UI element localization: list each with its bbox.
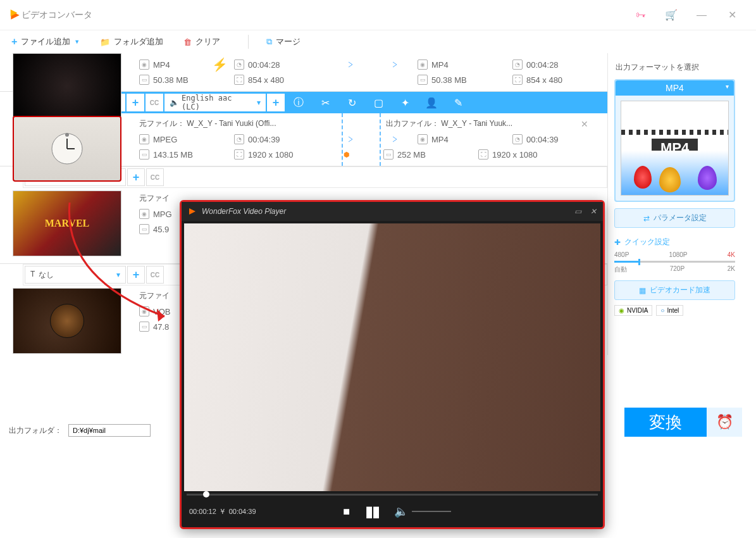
- watermark-icon[interactable]: 👤: [419, 97, 444, 109]
- quality-labels-bottom: 自動 720P 2K: [614, 265, 735, 274]
- output-filename: 出力ファイル： W_X_Y - Tani Yuuk...: [386, 118, 576, 129]
- player-logo-icon: [188, 207, 197, 216]
- quick-label: クイック設定: [624, 237, 670, 247]
- add-subtitle-button[interactable]: +: [127, 168, 145, 186]
- out-duration: 00:04:39: [526, 135, 559, 144]
- quality-label: 自動: [614, 265, 627, 274]
- add-file-label: ファイル追加: [21, 36, 70, 47]
- app-title: ビデオコンバータ: [22, 9, 626, 21]
- sidebar-title: 出力フォーマットを選択: [614, 59, 735, 79]
- add-audio-button[interactable]: +: [267, 94, 285, 111]
- vendor-label: Intel: [667, 307, 679, 314]
- video-canvas[interactable]: [184, 223, 600, 491]
- crop-icon[interactable]: ▢: [366, 97, 391, 109]
- resolution-icon: ⛶: [478, 149, 488, 160]
- effects-icon[interactable]: ✦: [392, 97, 418, 109]
- rotate-icon[interactable]: ↻: [339, 97, 364, 109]
- time-total: 00:04:39: [229, 508, 256, 515]
- quality-labels-top: 480P 1080P 4K: [614, 251, 735, 258]
- out-format: MP4: [431, 135, 449, 144]
- chevron-down-icon: ▾: [257, 98, 261, 107]
- folder-icon: ▭: [139, 224, 149, 234]
- folder-icon: ▭: [383, 149, 393, 160]
- remove-file-button[interactable]: ✕: [581, 119, 588, 129]
- pause-button[interactable]: ▮▮: [365, 503, 379, 520]
- clock-icon: ◔: [234, 134, 244, 144]
- format-name: MP4: [666, 83, 684, 93]
- format-icon: ◉: [139, 134, 149, 144]
- key-icon[interactable]: 🗝: [626, 9, 656, 21]
- add-folder-button[interactable]: 📁 フォルダ追加: [95, 34, 168, 50]
- merge-icon: ⧉: [266, 37, 272, 47]
- output-folder-input[interactable]: [68, 424, 151, 437]
- chip-icon: ▦: [639, 286, 646, 295]
- out-duration: 00:04:28: [526, 60, 559, 70]
- output-format-button[interactable]: MP4▾ MP4: [614, 79, 735, 202]
- title-bar: ビデオコンバータ 🗝 🛒 — ✕: [0, 0, 756, 30]
- subtitle-select[interactable]: Tなし ▾: [25, 266, 126, 284]
- video-player-window: WonderFox Video Player ▭ ✕ 00:00:12 ¥ 00…: [180, 200, 605, 529]
- format-icon: ◉: [139, 209, 149, 219]
- schedule-button[interactable]: ⏰: [707, 408, 742, 437]
- add-file-button[interactable]: + ファイル追加 ▼: [6, 34, 85, 50]
- scrub-bar[interactable]: [187, 494, 598, 496]
- file-item: 元ファイル： W_X_Y - Tani Yuuki (Offi... 出力ファイ…: [0, 113, 607, 166]
- format-icon: ◉: [418, 134, 428, 144]
- intel-chip: ○Intel: [656, 305, 683, 316]
- src-format: VOB: [153, 307, 170, 316]
- chevron-down-icon: ▾: [726, 83, 729, 90]
- slider-thumb[interactable]: [638, 259, 640, 265]
- merge-label: マージ: [276, 36, 301, 47]
- src-duration: 00:04:28: [248, 60, 280, 70]
- player-maximize-button[interactable]: ▭: [574, 207, 581, 216]
- chevron-down-icon: ▼: [74, 39, 80, 45]
- gpu-accel-button[interactable]: ▦ ビデオカード加速: [614, 280, 735, 300]
- clock-icon: ◔: [512, 134, 523, 144]
- cart-icon[interactable]: 🛒: [656, 9, 686, 21]
- volume-slider[interactable]: [412, 511, 451, 512]
- convert-button[interactable]: 変換: [624, 408, 707, 437]
- cut-icon[interactable]: ✂: [313, 97, 338, 109]
- add-folder-label: フォルダ追加: [114, 36, 163, 47]
- stop-button[interactable]: ■: [343, 505, 350, 518]
- parameter-settings-button[interactable]: ⇄ パラメータ設定: [614, 208, 735, 228]
- subtitle-value: なし: [39, 270, 54, 280]
- cc-button[interactable]: CC: [146, 266, 164, 284]
- convert-label: 変換: [649, 411, 682, 434]
- close-button[interactable]: ✕: [717, 9, 747, 21]
- format-icon: ◉: [139, 306, 149, 316]
- cc-button[interactable]: CC: [146, 94, 163, 111]
- src-size: 45.9: [153, 225, 169, 234]
- quality-label: 1080P: [669, 251, 688, 258]
- resolution-icon: ⛶: [512, 75, 523, 85]
- app-logo-icon: [9, 9, 22, 22]
- toolbar-divider: [248, 35, 249, 49]
- arrow-right-icon: [392, 135, 399, 143]
- plus-icon: +: [11, 36, 17, 47]
- src-size: 143.15 MB: [153, 150, 193, 160]
- player-close-button[interactable]: ✕: [590, 207, 597, 216]
- clear-button[interactable]: 🗑 クリア: [178, 34, 225, 50]
- scrub-handle[interactable]: [203, 491, 209, 497]
- edit-icon[interactable]: ✎: [445, 97, 471, 109]
- format-preview: MP4: [621, 101, 729, 196]
- clock-icon: ◔: [512, 59, 523, 70]
- out-size: 50.38 MB: [431, 75, 467, 85]
- merge-button[interactable]: ⧉ マージ: [261, 34, 306, 50]
- param-label: パラメータ設定: [654, 213, 707, 223]
- minimize-button[interactable]: —: [686, 9, 717, 21]
- cc-button[interactable]: CC: [146, 168, 164, 186]
- quality-slider[interactable]: [614, 261, 735, 263]
- folder-icon: ▭: [139, 322, 149, 332]
- audio-track-select[interactable]: 🔈English aac (LC) ▾: [164, 94, 266, 111]
- add-subtitle-button[interactable]: +: [127, 266, 145, 284]
- out-resolution: 1920 x 1080: [492, 150, 538, 160]
- add-subtitle-button[interactable]: +: [127, 94, 144, 111]
- main-toolbar: + ファイル追加 ▼ 📁 フォルダ追加 🗑 クリア ⧉ マージ: [0, 30, 756, 53]
- trash-icon: 🗑: [183, 37, 192, 47]
- plus-icon: ✚: [614, 238, 621, 247]
- volume-icon[interactable]: 🔈: [394, 504, 408, 518]
- settings-icon: ⇄: [643, 214, 650, 223]
- info-icon[interactable]: ⓘ: [286, 96, 311, 109]
- src-size: 47.8: [153, 322, 169, 332]
